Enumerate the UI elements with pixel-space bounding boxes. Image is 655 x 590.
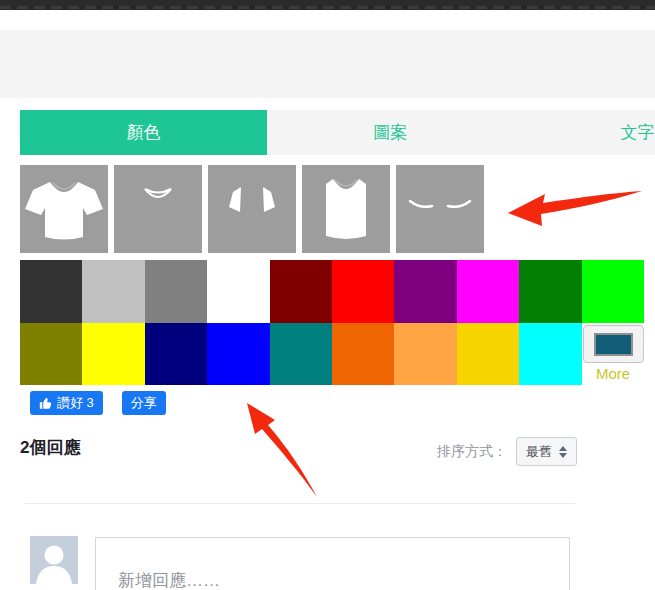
current-color-preview <box>594 333 633 356</box>
color-swatch[interactable] <box>332 260 394 323</box>
thumbnail-collar[interactable] <box>114 165 202 253</box>
sort-label: 排序方式： <box>437 443 507 461</box>
tab-text[interactable]: 文字 <box>514 110 655 155</box>
like-button[interactable]: 讚好 3 <box>30 391 103 415</box>
tab-color[interactable]: 顏色 <box>20 110 267 155</box>
annotation-arrow-palette <box>235 395 327 505</box>
thumbnail-full-shirt[interactable] <box>20 165 108 253</box>
color-swatch[interactable] <box>582 260 644 323</box>
social-buttons: 讚好 3 分享 <box>30 391 166 415</box>
tab-pattern[interactable]: 圖案 <box>267 110 514 155</box>
color-swatch[interactable] <box>457 323 519 385</box>
color-swatch[interactable] <box>519 323 581 385</box>
color-swatch[interactable] <box>394 323 456 385</box>
thumbnail-sleeves[interactable] <box>208 165 296 253</box>
annotation-arrow-thumbnails <box>498 185 650 235</box>
sort-value: 最舊 <box>526 443 552 461</box>
page: 顏色 圖案 文字 <box>0 0 655 590</box>
color-swatch[interactable] <box>20 323 82 385</box>
thumbs-up-icon <box>39 397 52 410</box>
color-swatch[interactable] <box>145 260 207 323</box>
sleeves-icon <box>208 165 296 253</box>
color-swatch[interactable] <box>270 323 332 385</box>
body-icon <box>302 165 390 253</box>
comments-count: 2個回應 <box>20 436 80 459</box>
sort-dropdown[interactable]: 最舊 <box>516 437 577 466</box>
share-label: 分享 <box>131 394 157 412</box>
color-swatch[interactable] <box>20 260 82 323</box>
color-swatch[interactable] <box>519 260 581 323</box>
avatar <box>30 536 78 584</box>
header-band <box>0 30 655 98</box>
browser-top-strip <box>0 0 655 10</box>
share-button[interactable]: 分享 <box>122 391 166 415</box>
hem-icon <box>396 165 484 253</box>
more-colors-button[interactable] <box>583 325 644 363</box>
palette-row-2: More <box>20 323 645 385</box>
tab-bar: 顏色 圖案 文字 <box>20 110 655 155</box>
sort-controls: 排序方式： 最舊 <box>437 437 577 466</box>
collar-icon <box>114 165 202 253</box>
color-swatch[interactable] <box>82 323 144 385</box>
comment-input[interactable] <box>95 537 570 590</box>
color-swatch[interactable] <box>332 323 394 385</box>
section-divider <box>25 503 575 504</box>
more-colors-cell: More <box>582 323 645 385</box>
more-colors-label[interactable]: More <box>596 365 630 382</box>
color-swatch[interactable] <box>207 260 269 323</box>
thumbnail-hem[interactable] <box>396 165 484 253</box>
like-label: 讚好 3 <box>57 394 94 412</box>
thumbnail-body[interactable] <box>302 165 390 253</box>
color-swatch[interactable] <box>394 260 456 323</box>
color-swatch[interactable] <box>270 260 332 323</box>
sort-arrows-icon <box>559 446 567 458</box>
color-swatch[interactable] <box>145 323 207 385</box>
color-swatch[interactable] <box>82 260 144 323</box>
color-swatch[interactable] <box>207 323 269 385</box>
palette-row-1 <box>20 260 644 323</box>
garment-part-selector <box>20 165 484 253</box>
color-swatch[interactable] <box>457 260 519 323</box>
full-shirt-icon <box>20 165 108 253</box>
